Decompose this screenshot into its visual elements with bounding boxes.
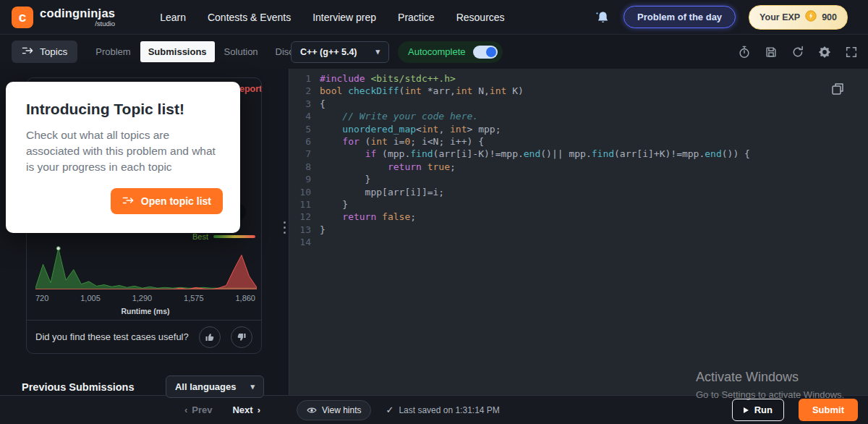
thumbs-up-icon — [205, 332, 215, 342]
prev-label: Prev — [192, 404, 212, 415]
view-hints-label: View hints — [322, 405, 361, 415]
code-line: 11 } — [289, 198, 868, 211]
previous-submissions-row: Previous Submissions All languages ▾ — [22, 376, 264, 398]
runtime-chart: Best 7201,0051,2901,5751,860 Runtime (ms… — [35, 232, 255, 315]
nav-link-interview-prep[interactable]: Interview prep — [312, 12, 376, 23]
run-label: Run — [754, 404, 773, 415]
line-number: 9 — [289, 173, 311, 185]
line-number: 8 — [289, 161, 311, 173]
x-tick: 1,575 — [184, 294, 204, 302]
chart-x-label: Runtime (ms) — [35, 307, 255, 315]
line-number: 12 — [289, 211, 311, 223]
save-icon[interactable] — [765, 46, 778, 59]
topics-button[interactable]: Topics — [12, 41, 77, 63]
chart-x-ticks: 7201,0051,2901,5751,860 — [35, 294, 255, 302]
language-filter-select[interactable]: All languages ▾ — [166, 376, 264, 398]
code-line: 7 if (mpp.find(arr[i]-K)!=mpp.end()|| mp… — [289, 148, 868, 160]
settings-gear-icon[interactable] — [818, 46, 831, 59]
language-filter-value: All languages — [175, 381, 237, 392]
nav-link-contests-events[interactable]: Contests & Events — [208, 12, 291, 23]
line-number: 11 — [289, 198, 311, 211]
autocomplete-toggle[interactable]: Autocomplete — [398, 41, 503, 63]
fullscreen-icon[interactable] — [845, 46, 858, 59]
thumbs-down-button[interactable] — [231, 326, 252, 348]
code-line: 1#include <bits/stdc++.h> — [289, 72, 868, 85]
panel-tabs: ProblemSubmissionsSolutionDiscuss — [88, 41, 316, 62]
editor-actions: View hints ✓ Last saved on 1:31:14 PM Ru… — [289, 399, 868, 421]
brand-text: codingninjas /studio — [40, 7, 115, 27]
code-line: 10 mpp[arr[i]]=i; — [289, 186, 868, 198]
x-tick: 720 — [35, 294, 48, 302]
topics-label: Topics — [40, 46, 67, 57]
line-number: 2 — [289, 85, 311, 97]
thumbs-down-icon — [237, 332, 247, 342]
editor-icons — [738, 46, 858, 59]
notification-bell-icon[interactable] — [595, 10, 610, 25]
reset-code-icon[interactable] — [791, 46, 804, 59]
nav-link-resources[interactable]: Resources — [456, 12, 505, 23]
code-line: 12 return false; — [289, 211, 868, 223]
next-page-button[interactable]: Next › — [232, 404, 260, 415]
code-line: 13} — [289, 224, 868, 236]
line-number: 6 — [289, 135, 311, 148]
autocomplete-label: Autocomplete — [408, 46, 466, 57]
popup-title: Introducing Topic list! — [26, 101, 223, 118]
next-label: Next — [232, 404, 252, 415]
logo-glyph: c — [19, 9, 27, 25]
code-line: 2bool checkDiff(int *arr,int N,int K) — [289, 85, 868, 97]
open-topic-list-button[interactable]: Open topic list — [111, 188, 223, 214]
toolbar-right: C++ (g++ 5.4) ▾ Autocomplete — [289, 41, 868, 63]
legend-gradient-bar — [213, 235, 255, 238]
page: c codingninjas /studio LearnContests & E… — [0, 0, 868, 424]
top-nav: c codingninjas /studio LearnContests & E… — [0, 0, 868, 35]
chevron-down-icon: ▾ — [376, 47, 380, 56]
toolbar: Topics ProblemSubmissionsSolutionDiscuss… — [0, 35, 868, 69]
chevron-down-icon: ▾ — [250, 382, 255, 391]
play-icon — [744, 407, 749, 413]
autosave-status: ✓ Last saved on 1:31:14 PM — [386, 404, 499, 415]
nav-links: LearnContests & EventsInterview prepPrac… — [160, 12, 504, 23]
line-number: 7 — [289, 148, 311, 160]
exp-value: 900 — [822, 12, 837, 22]
line-number: 5 — [289, 123, 311, 135]
panel-resize-handle[interactable] — [284, 221, 286, 234]
language-select[interactable]: C++ (g++ 5.4) ▾ — [291, 41, 389, 63]
problem-of-the-day-button[interactable]: Problem of the day — [624, 6, 736, 28]
feedback-row: Did you find these test cases useful? — [27, 320, 261, 353]
nav-link-learn[interactable]: Learn — [160, 12, 186, 23]
x-tick: 1,290 — [132, 294, 153, 302]
exp-badge[interactable]: Your EXP 900 — [749, 5, 848, 30]
code-line: 4 // Write your code here. — [289, 110, 868, 122]
topnav-right: Problem of the day Your EXP 900 — [595, 5, 848, 30]
nav-link-practice[interactable]: Practice — [398, 12, 435, 23]
brand-subtitle: /studio — [95, 20, 115, 27]
prev-page-button[interactable]: ‹ Prev — [184, 404, 213, 415]
x-tick: 1,860 — [235, 294, 255, 302]
exp-label: Your EXP — [760, 12, 800, 22]
tab-submissions[interactable]: Submissions — [140, 41, 215, 62]
line-number: 10 — [289, 186, 311, 198]
language-selected-value: C++ (g++ 5.4) — [300, 47, 357, 57]
topics-arrow-icon — [22, 46, 34, 57]
copy-code-icon[interactable] — [830, 82, 845, 99]
open-topic-list-label: Open topic list — [141, 195, 211, 207]
pagination: ‹ Prev Next › — [0, 404, 289, 415]
tab-problem[interactable]: Problem — [88, 41, 138, 62]
line-number: 1 — [289, 72, 311, 85]
submit-button[interactable]: Submit — [799, 399, 858, 421]
check-icon: ✓ — [386, 404, 393, 415]
thumbs-up-button[interactable] — [199, 326, 221, 348]
tab-solution[interactable]: Solution — [216, 41, 266, 62]
code-editor[interactable]: 1#include <bits/stdc++.h>2bool checkDiff… — [289, 69, 868, 395]
timer-icon[interactable] — [738, 46, 751, 59]
next-arrow-icon: › — [258, 404, 260, 415]
brand[interactable]: c codingninjas /studio — [12, 7, 115, 28]
run-button[interactable]: Run — [732, 399, 784, 421]
view-hints-button[interactable]: View hints — [297, 400, 371, 420]
runtime-chart-svg — [35, 243, 257, 289]
eye-icon — [307, 407, 317, 414]
legend-best-label: Best — [192, 232, 208, 241]
code-line: 5 unordered_map<int, int> mpp; — [289, 123, 868, 135]
bottom-bar: ‹ Prev Next › View hints ✓ Last saved on… — [0, 395, 868, 424]
previous-submissions-title: Previous Submissions — [22, 381, 135, 393]
